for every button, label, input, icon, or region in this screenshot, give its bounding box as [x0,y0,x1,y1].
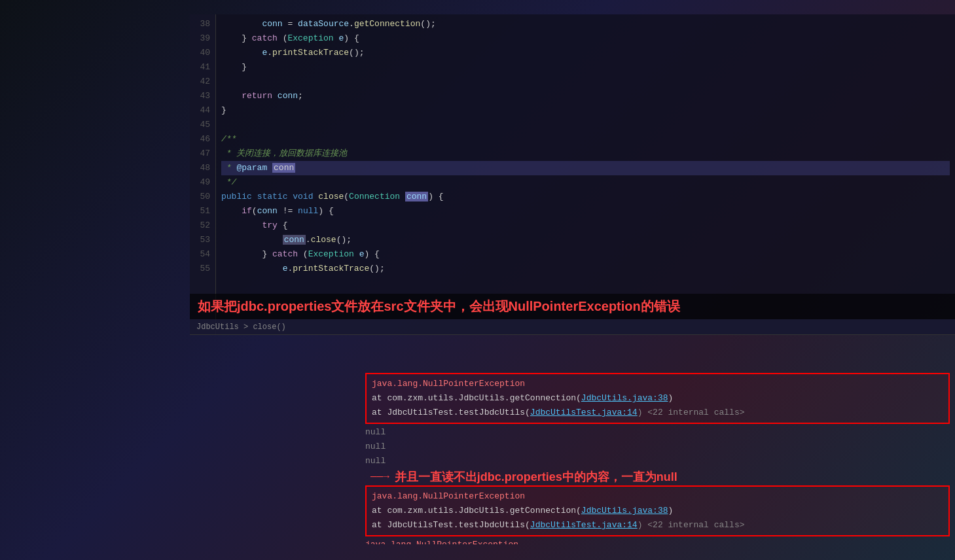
code-line-54: } catch (Exception e) { [221,247,950,262]
error-line-standalone: java.lang.NullPointerException [365,538,950,544]
code-line-42 [221,75,950,89]
console-output[interactable]: java.lang.NullPointerException at com.zx… [360,369,955,544]
breadcrumb-bar: JdbcUtils > close() [190,319,955,335]
internal-calls: ) <22 internal calls> [638,408,745,417]
error-line-2: at com.zxm.utils.JdbcUtils.getConnection… [372,391,943,406]
error2-line-3: at JdbcUtilsTest.testJbdcUtils(JdbcUtils… [372,518,943,533]
null-output-1: null [365,425,950,440]
annotation2-container: ——→ 并且一直读不出jdbc.properties中的内容，一直为null [365,470,950,484]
error-line-1: java.lang.NullPointerException [372,377,943,391]
error-line-3: at JdbcUtilsTest.testJbdcUtils(JdbcUtils… [372,406,943,420]
code-line-46: /** [221,132,950,147]
error-block-1: java.lang.NullPointerException at com.zx… [365,373,950,424]
code-line-44: } [221,103,950,118]
code-line-53: conn.close(); [221,233,950,247]
line-numbers: 38 39 40 41 42 43 44 45 46 47 48 49 50 5… [190,14,216,335]
null-output-3: null [365,454,950,468]
error2-line-2: at com.zxm.utils.JdbcUtils.getConnection… [372,504,943,518]
link2-jdbcutilstest14[interactable]: JdbcUtilsTest.java:14 [530,520,638,530]
code-line-51: if(conn != null) { [221,204,950,219]
error-block-2: java.lang.NullPointerException at com.zx… [365,485,950,536]
code-line-39: } catch (Exception e) { [221,31,950,46]
link-jdbcutilstest14[interactable]: JdbcUtilsTest.java:14 [530,408,638,417]
error2-line-1: java.lang.NullPointerException [372,489,943,504]
code-line-40: e.printStackTrace(); [221,46,950,60]
code-line-48: * @param conn [221,161,950,175]
code-line-49: */ [221,175,950,190]
link-jdbcutils38[interactable]: JdbcUtils.java:38 [581,393,668,403]
annotation1-text: 如果把jdbc.properties文件放在src文件夹中，会出现NullPoi… [198,298,680,315]
code-line-43: return conn; [221,89,950,103]
null-output-2: null [365,440,950,454]
code-line-50: public static void close(Connection conn… [221,190,950,204]
code-editor[interactable]: 38 39 40 41 42 43 44 45 46 47 48 49 50 5… [190,14,955,335]
code-line-52: try { [221,219,950,233]
internal-calls2: ) <22 internal calls> [638,520,745,530]
code-line-47: * 关闭连接，放回数据库连接池 [221,147,950,161]
arrow-right-icon: ——→ [370,470,389,484]
code-line-41: } [221,60,950,75]
code-line-55: e.printStackTrace(); [221,262,950,276]
main-layout: D:\idea-workspace2\bookstore ▼ 📁 booksto… [0,0,955,560]
code-line-45 [221,118,950,132]
annotation2-text: 并且一直读不出jdbc.properties中的内容，一直为null [395,470,677,484]
breadcrumb: JdbcUtils > close() [196,323,286,332]
link2-jdbcutils38[interactable]: JdbcUtils.java:38 [581,506,668,516]
annotation1-overlay: 如果把jdbc.properties文件放在src文件夹中，会出现NullPoi… [190,294,955,319]
code-content[interactable]: conn = dataSource.getConnection(); } cat… [216,14,955,335]
code-line-38: conn = dataSource.getConnection(); [221,17,950,31]
